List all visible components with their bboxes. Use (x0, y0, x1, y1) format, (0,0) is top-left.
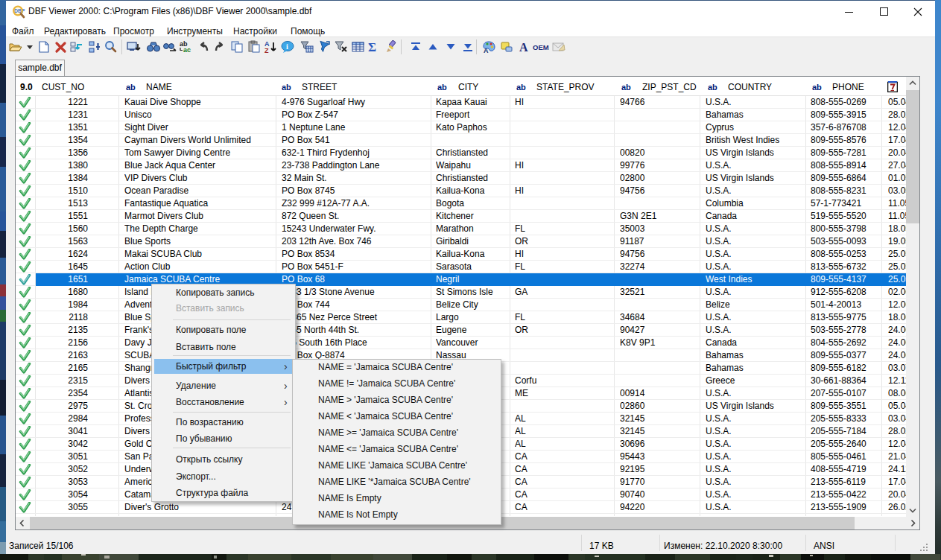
svg-text:Σ: Σ (368, 40, 376, 54)
svg-text:i: i (286, 42, 288, 51)
svg-text:ac: ac (183, 46, 191, 54)
svg-text:A: A (484, 47, 489, 54)
svg-text:OEM: OEM (533, 43, 549, 51)
svg-text:A: A (519, 41, 528, 54)
svg-text:Z: Z (264, 47, 269, 54)
